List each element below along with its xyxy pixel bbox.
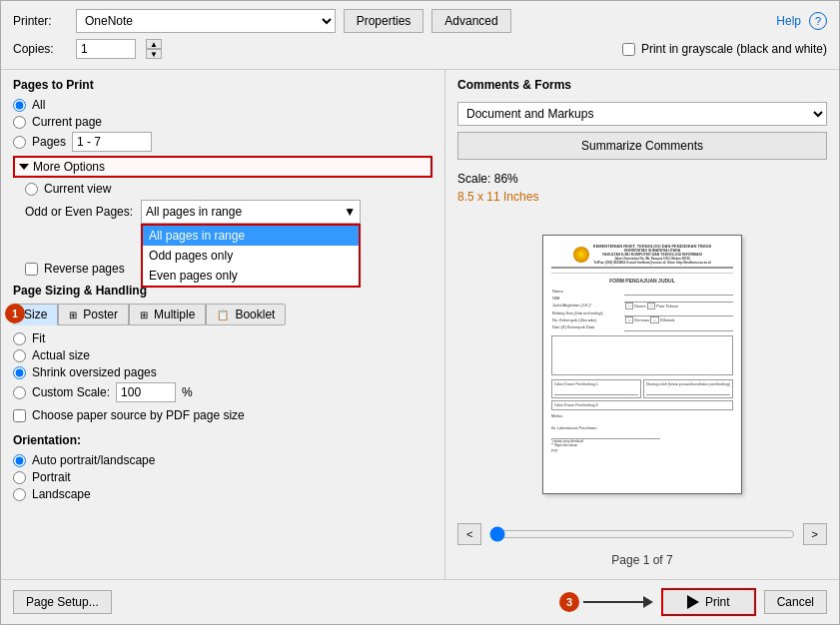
fit-label: Fit: [32, 331, 45, 345]
booklet-tab-label: Booklet: [235, 308, 275, 321]
grayscale-checkbox[interactable]: [622, 43, 635, 56]
grayscale-label: Print in grayscale (black and white): [641, 42, 827, 56]
copies-up[interactable]: ▲: [146, 39, 162, 49]
next-page-button[interactable]: >: [803, 523, 827, 545]
scale-value: 86%: [494, 172, 518, 186]
actual-size-label: Actual size: [32, 348, 90, 362]
poster-tab-label: Poster: [83, 308, 118, 321]
odd-even-selected: All pages in range: [146, 205, 242, 219]
more-options-label: More Options: [33, 160, 105, 174]
scale-unit: %: [182, 385, 193, 399]
size-tab-label: Size: [24, 308, 47, 321]
all-label: All: [32, 98, 45, 112]
annotation-badge-3: 3: [559, 592, 579, 612]
help-link[interactable]: Help: [776, 14, 801, 28]
more-options-header[interactable]: More Options: [13, 156, 432, 178]
dropdown-arrow-icon: ▼: [344, 205, 356, 219]
print-arrow-icon: [687, 595, 699, 609]
auto-orientation-radio[interactable]: [13, 454, 26, 467]
pages-label: Pages: [32, 135, 66, 149]
odd-even-option-odd[interactable]: Odd pages only: [143, 246, 359, 266]
multiple-tab[interactable]: ⊞ Multiple: [129, 304, 206, 325]
preview-frame: KEMENTERIAN RISET, TEKNOLOGI DAN PENDIDI…: [542, 235, 742, 494]
landscape-radio[interactable]: [13, 488, 26, 501]
preview-area: KEMENTERIAN RISET, TEKNOLOGI DAN PENDIDI…: [457, 210, 827, 519]
pdf-page-size-label: Choose paper source by PDF page size: [32, 408, 245, 422]
page-indicator: Page 1 of 7: [457, 549, 827, 571]
copies-down[interactable]: ▼: [146, 49, 162, 59]
fit-radio[interactable]: [13, 332, 26, 345]
current-view-radio[interactable]: [25, 183, 38, 196]
landscape-label: Landscape: [32, 487, 91, 501]
odd-even-dropdown-list: All pages in range Odd pages only Even p…: [141, 224, 361, 288]
shrink-label: Shrink oversized pages: [32, 365, 157, 379]
advanced-button[interactable]: Advanced: [431, 9, 510, 33]
odd-even-option-even[interactable]: Even pages only: [143, 266, 359, 286]
odd-even-option-all[interactable]: All pages in range: [143, 226, 359, 246]
scale-label: Scale:: [457, 172, 490, 186]
page-size-label: 8.5 x 11 Inches: [457, 190, 827, 204]
more-options-triangle: [19, 164, 29, 170]
printer-label: Printer:: [13, 14, 68, 28]
multiple-tab-label: Multiple: [154, 308, 195, 321]
pdf-page-size-checkbox[interactable]: [13, 409, 26, 422]
portrait-label: Portrait: [32, 470, 71, 484]
cancel-button[interactable]: Cancel: [764, 590, 827, 614]
odd-even-label: Odd or Even Pages:: [25, 205, 133, 219]
prev-page-button[interactable]: <: [457, 523, 481, 545]
copies-input[interactable]: [76, 39, 136, 59]
page-setup-button[interactable]: Page Setup...: [13, 590, 112, 614]
comments-forms-title: Comments & Forms: [457, 78, 827, 92]
current-view-label: Current view: [44, 182, 111, 196]
custom-scale-label: Custom Scale:: [32, 385, 110, 399]
poster-tab[interactable]: ⊞ Poster: [58, 304, 129, 325]
odd-even-dropdown[interactable]: All pages in range ▼ All pages in range …: [141, 200, 361, 224]
actual-size-radio[interactable]: [13, 349, 26, 362]
help-icon[interactable]: ?: [809, 12, 827, 30]
preview-nav-row: < >: [457, 519, 827, 549]
reverse-pages-checkbox[interactable]: [25, 263, 38, 276]
booklet-tab[interactable]: 📋 Booklet: [206, 304, 286, 325]
print-button[interactable]: Print: [661, 588, 756, 616]
all-radio[interactable]: [13, 99, 26, 112]
page-slider[interactable]: [489, 526, 794, 542]
pages-radio[interactable]: [13, 136, 26, 149]
reverse-pages-label: Reverse pages: [44, 262, 125, 276]
portrait-radio[interactable]: [13, 471, 26, 484]
comments-select[interactable]: Document and Markups: [457, 102, 827, 126]
properties-button[interactable]: Properties: [344, 9, 424, 33]
printer-select[interactable]: OneNote: [76, 9, 336, 33]
custom-scale-input[interactable]: [116, 382, 176, 402]
orientation-title: Orientation:: [13, 433, 432, 447]
annotation-badge-1: 1: [5, 304, 25, 323]
current-page-radio[interactable]: [13, 116, 26, 129]
summarize-button[interactable]: Summarize Comments: [457, 132, 827, 160]
current-page-label: Current page: [32, 115, 102, 129]
shrink-radio[interactable]: [13, 366, 26, 379]
odd-even-dropdown-btn[interactable]: All pages in range ▼: [141, 200, 361, 224]
pages-range-input[interactable]: [72, 132, 152, 152]
copies-label: Copies:: [13, 42, 68, 56]
auto-orientation-label: Auto portrait/landscape: [32, 453, 155, 467]
custom-scale-radio[interactable]: [13, 386, 26, 399]
print-label: Print: [705, 595, 730, 609]
pages-to-print-title: Pages to Print: [13, 78, 432, 92]
annotation-arrow-3: [583, 596, 653, 608]
